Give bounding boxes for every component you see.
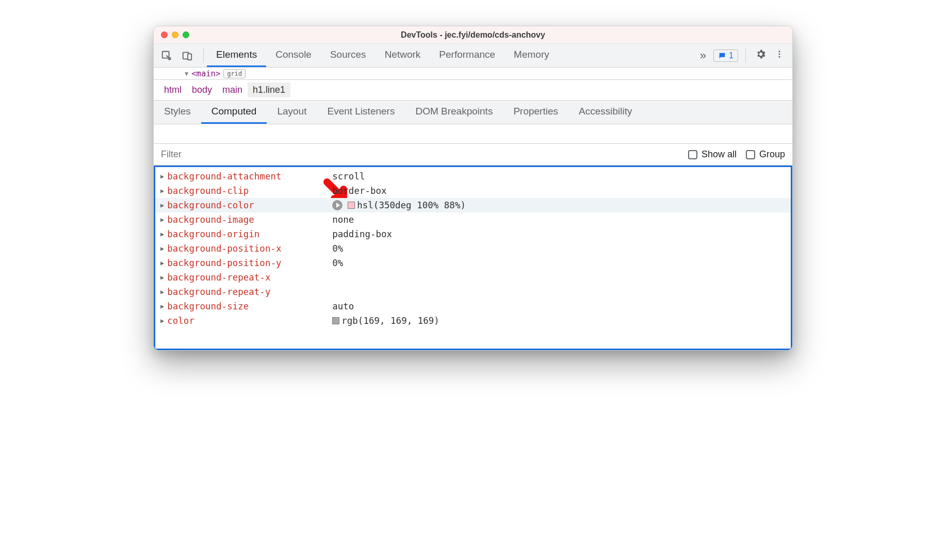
property-value: scroll	[332, 171, 365, 182]
expand-icon[interactable]: ▶	[160, 187, 164, 194]
property-value-text: 0%	[332, 243, 343, 254]
property-value: hsl(350deg 100% 88%)	[332, 200, 466, 210]
devtools-window: DevTools - jec.fyi/demo/cds-anchovy Elem…	[153, 26, 793, 351]
filter-row: Show all Group	[154, 144, 792, 166]
property-value: none	[332, 215, 354, 225]
property-name: background-origin	[167, 229, 332, 239]
property-value: border-box	[332, 186, 386, 196]
toolbar-divider	[745, 48, 746, 63]
tab-performance[interactable]: Performance	[430, 44, 504, 67]
device-toggle-icon[interactable]	[181, 49, 194, 62]
breadcrumb-item[interactable]: main	[217, 83, 248, 97]
tab-elements[interactable]: Elements	[207, 44, 266, 67]
inspect-icon[interactable]	[160, 49, 173, 62]
minimize-icon[interactable]	[172, 31, 178, 38]
expand-icon[interactable]: ▶	[160, 259, 164, 267]
subtab-properties[interactable]: Properties	[503, 101, 568, 124]
property-value-text: hsl(350deg 100% 88%)	[357, 200, 466, 210]
computed-property-row[interactable]: ▶background-attachmentscroll	[155, 169, 791, 184]
tab-network[interactable]: Network	[376, 44, 430, 67]
svg-point-3	[779, 51, 780, 52]
expand-icon[interactable]: ▶	[160, 230, 164, 238]
dom-tree-row[interactable]: ▼ <main> grid	[154, 68, 792, 80]
main-tabs: Elements Console Sources Network Perform…	[207, 44, 691, 67]
main-toolbar: Elements Console Sources Network Perform…	[154, 44, 792, 68]
expand-icon[interactable]: ▶	[160, 202, 164, 209]
dom-tag: <main>	[191, 69, 220, 78]
grid-badge[interactable]: grid	[223, 69, 246, 78]
box-model-collapsed	[154, 124, 792, 144]
issues-count: 1	[729, 51, 733, 60]
property-value: padding-box	[332, 229, 392, 239]
expand-icon[interactable]: ▶	[160, 216, 164, 223]
property-name: background-position-y	[167, 258, 332, 268]
expand-icon[interactable]: ▶	[160, 288, 164, 295]
computed-property-row[interactable]: ▶background-sizeauto	[155, 299, 791, 314]
subtab-event-listeners[interactable]: Event Listeners	[317, 101, 405, 124]
property-name: background-repeat-x	[167, 272, 332, 283]
property-name: background-color	[167, 200, 332, 210]
computed-property-row[interactable]: ▶background-clipborder-box	[155, 184, 791, 198]
close-icon[interactable]	[161, 31, 168, 38]
property-value: rgb(169, 169, 169)	[332, 316, 439, 326]
expand-icon[interactable]: ▶	[160, 317, 164, 324]
property-name: color	[167, 316, 332, 326]
zoom-icon[interactable]	[183, 31, 189, 38]
expand-icon[interactable]: ▶	[160, 173, 164, 180]
checkbox-icon	[688, 150, 697, 159]
property-value: 0%	[332, 243, 343, 254]
breadcrumb-item[interactable]: body	[187, 83, 217, 97]
tab-console[interactable]: Console	[266, 44, 321, 67]
property-name: background-repeat-y	[167, 287, 332, 297]
computed-property-row[interactable]: ▶background-colorhsl(350deg 100% 88%)	[155, 198, 791, 212]
subtab-layout[interactable]: Layout	[267, 101, 317, 124]
property-value-text: auto	[332, 301, 354, 311]
property-value-text: border-box	[332, 186, 386, 196]
expand-icon[interactable]: ▶	[160, 274, 164, 281]
svg-point-4	[779, 54, 780, 55]
sidebar-tabs: Styles Computed Layout Event Listeners D…	[154, 101, 792, 124]
property-value-text: rgb(169, 169, 169)	[341, 316, 439, 326]
color-swatch-icon[interactable]	[348, 202, 355, 209]
window-title: DevTools - jec.fyi/demo/cds-anchovy	[154, 30, 792, 40]
expand-icon[interactable]: ▼	[185, 70, 188, 77]
subtab-styles[interactable]: Styles	[154, 101, 201, 124]
computed-property-row[interactable]: ▶background-position-x0%	[155, 241, 791, 256]
show-all-checkbox[interactable]: Show all	[688, 149, 737, 160]
computed-property-row[interactable]: ▶background-position-y0%	[155, 256, 791, 270]
tab-memory[interactable]: Memory	[504, 44, 559, 67]
subtab-computed[interactable]: Computed	[201, 101, 267, 124]
property-name: background-attachment	[167, 171, 332, 182]
computed-properties-panel[interactable]: ▶background-attachmentscroll▶background-…	[154, 166, 792, 350]
traffic-lights	[154, 31, 189, 38]
gear-icon[interactable]	[753, 48, 769, 62]
svg-rect-2	[188, 54, 191, 60]
tab-sources[interactable]: Sources	[321, 44, 376, 67]
group-checkbox[interactable]: Group	[746, 149, 785, 160]
computed-property-row[interactable]: ▶background-imagenone	[155, 212, 791, 227]
breadcrumb-item[interactable]: html	[159, 83, 187, 97]
property-value: 0%	[332, 258, 343, 268]
issues-badge[interactable]: 1	[713, 50, 738, 62]
expand-icon[interactable]: ▶	[160, 245, 164, 252]
color-swatch-icon[interactable]	[332, 317, 339, 324]
kebab-icon[interactable]	[773, 48, 786, 62]
computed-property-row[interactable]: ▶colorrgb(169, 169, 169)	[155, 314, 791, 328]
goto-source-icon[interactable]	[332, 200, 342, 210]
property-value-text: none	[332, 215, 354, 225]
property-value: auto	[332, 301, 354, 311]
expand-icon[interactable]: ▶	[160, 303, 164, 310]
breadcrumb-item-active[interactable]: h1.line1	[248, 83, 290, 97]
subtab-dom-breakpoints[interactable]: DOM Breakpoints	[405, 101, 503, 124]
property-name: background-image	[167, 215, 332, 225]
toolbar-divider	[203, 48, 204, 63]
more-tabs-icon[interactable]: »	[697, 49, 709, 62]
computed-property-row[interactable]: ▶background-originpadding-box	[155, 227, 791, 241]
property-value-text: 0%	[332, 258, 343, 268]
subtab-accessibility[interactable]: Accessibility	[568, 101, 642, 124]
computed-property-row[interactable]: ▶background-repeat-x	[155, 270, 791, 285]
computed-property-row[interactable]: ▶background-repeat-y	[155, 285, 791, 299]
checkbox-icon	[746, 150, 755, 159]
breadcrumb: html body main h1.line1	[154, 80, 792, 101]
filter-input[interactable]	[161, 149, 679, 160]
